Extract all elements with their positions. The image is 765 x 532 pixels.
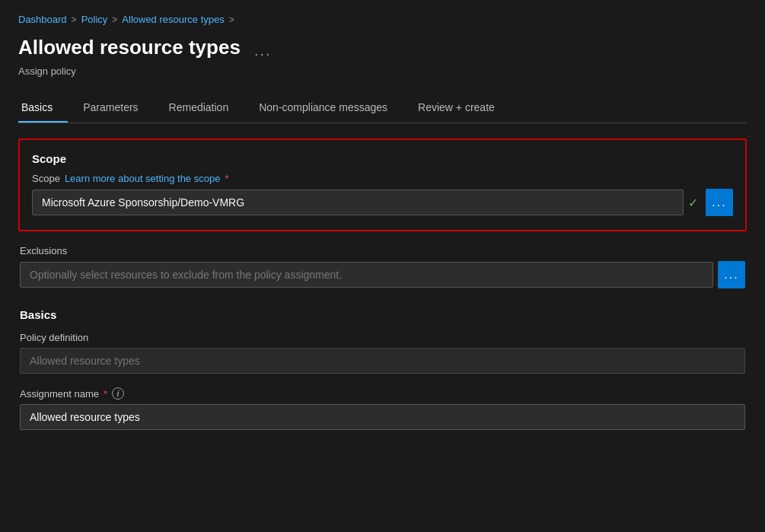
page-header: Allowed resource types ... (18, 36, 747, 62)
scope-input-row: ✓ ... (32, 189, 733, 216)
breadcrumb-dashboard[interactable]: Dashboard (18, 14, 67, 25)
scope-check-icon: ✓ (688, 196, 698, 210)
tab-basics[interactable]: Basics (18, 94, 68, 123)
basics-section-title: Basics (20, 308, 745, 321)
tab-review-create[interactable]: Review + create (403, 94, 510, 123)
tab-remediation[interactable]: Remediation (154, 94, 244, 123)
exclusions-label: Exclusions (20, 245, 745, 256)
exclusions-input[interactable] (20, 262, 713, 288)
tabs-container: Basics Parameters Remediation Non-compli… (18, 94, 747, 123)
scope-input[interactable] (32, 190, 684, 215)
exclusions-label-text: Exclusions (20, 245, 67, 256)
scope-section-title: Scope (32, 152, 733, 165)
scope-required-star: * (225, 173, 228, 184)
assignment-name-label-text: Assignment name (20, 388, 99, 400)
page-subtitle: Assign policy (18, 65, 747, 77)
policy-definition-input (20, 348, 745, 374)
assignment-name-info-icon[interactable]: i (112, 387, 124, 400)
scope-learn-more-link[interactable]: Learn more about setting the scope (65, 173, 221, 184)
policy-definition-label: Policy definition (20, 332, 745, 343)
assignment-name-label: Assignment name * i (20, 387, 745, 400)
breadcrumb-sep-3: > (229, 14, 234, 25)
scope-label-text: Scope (32, 173, 60, 184)
scope-field-label: Scope Learn more about setting the scope… (32, 173, 733, 184)
assignment-name-input[interactable] (20, 404, 745, 430)
scope-section: Scope Scope Learn more about setting the… (18, 139, 747, 231)
assignment-name-required: * (104, 388, 107, 400)
scope-browse-button[interactable]: ... (706, 189, 733, 216)
exclusions-section: Exclusions ... (18, 245, 747, 288)
breadcrumb-sep-1: > (72, 14, 77, 25)
page-container: Dashboard > Policy > Allowed resource ty… (0, 0, 765, 462)
breadcrumb-allowed-resource-types[interactable]: Allowed resource types (122, 14, 224, 25)
policy-definition-label-text: Policy definition (20, 332, 88, 343)
breadcrumb: Dashboard > Policy > Allowed resource ty… (18, 14, 747, 25)
basics-section: Basics Policy definition Assignment name… (18, 308, 747, 430)
policy-definition-field: Policy definition (20, 332, 745, 374)
exclusions-browse-button[interactable]: ... (718, 261, 745, 288)
breadcrumb-policy[interactable]: Policy (81, 14, 108, 25)
tab-parameters[interactable]: Parameters (68, 94, 153, 123)
breadcrumb-sep-2: > (112, 14, 117, 25)
page-menu-button[interactable]: ... (250, 39, 276, 62)
tab-non-compliance[interactable]: Non-compliance messages (244, 94, 403, 123)
assignment-name-field: Assignment name * i (20, 387, 745, 430)
page-title: Allowed resource types (18, 36, 241, 59)
exclusions-input-row: ... (20, 261, 745, 288)
